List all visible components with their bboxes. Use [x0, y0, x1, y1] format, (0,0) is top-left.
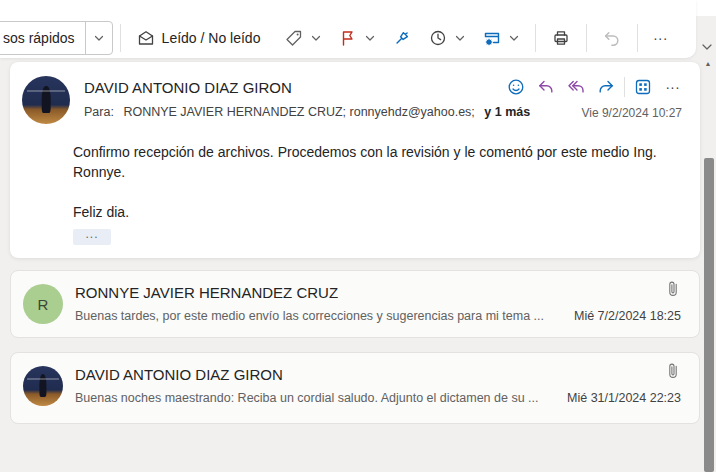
actions-divider: [624, 77, 625, 97]
scrollbar-up-arrow-icon[interactable]: ▲: [700, 60, 716, 67]
collapse-toolbar-chevron-icon[interactable]: [700, 40, 714, 54]
show-quoted-text-button[interactable]: ...: [73, 229, 111, 245]
toolbar-separator: [637, 24, 638, 52]
attachment-paperclip-icon: [665, 280, 681, 298]
row-preview-text: Buenas tardes, por este medio envío las …: [75, 309, 544, 323]
sender-avatar[interactable]: [22, 76, 70, 124]
sender-avatar[interactable]: R: [23, 284, 63, 324]
message-more-button[interactable]: ...: [658, 74, 688, 100]
print-button[interactable]: [543, 22, 579, 54]
reply-all-icon: [566, 77, 586, 97]
to-label: Para:: [84, 105, 114, 119]
toolbar-separator: [120, 24, 121, 52]
more-recipients[interactable]: y 1 más: [484, 105, 530, 119]
read-unread-label: Leído / No leído: [162, 30, 261, 46]
message-body: Confirmo recepción de archivos. Procedem…: [73, 142, 658, 222]
toolbar-separator: [535, 24, 536, 52]
ellipsis-icon: ...: [85, 234, 98, 240]
toolbar: sos rápidos Leído / No leído: [0, 0, 696, 58]
row-sender-name: RONNYE JAVIER HERNANDEZ CRUZ: [75, 284, 338, 301]
avatar-initial: R: [38, 296, 49, 313]
reply-button[interactable]: [531, 74, 561, 100]
expanded-message-card: DAVID ANTONIO DIAZ GIRON Para: RONNYE JA…: [10, 62, 700, 258]
chevron-down-icon: [508, 32, 520, 44]
snooze-button[interactable]: [420, 22, 474, 54]
smiley-icon: [506, 77, 526, 97]
reply-icon: [536, 77, 556, 97]
read-unread-button[interactable]: Leído / No leído: [128, 22, 269, 54]
undo-button[interactable]: [594, 22, 630, 54]
clock-icon: [428, 28, 448, 48]
rules-icon: [482, 28, 502, 48]
reply-all-button[interactable]: [561, 74, 591, 100]
sender-name[interactable]: DAVID ANTONIO DIAZ GIRON: [84, 79, 292, 96]
message-actions: ...: [501, 74, 688, 100]
chevron-down-icon: [364, 32, 376, 44]
toolbar-more-button[interactable]: ...: [645, 22, 676, 54]
react-button[interactable]: [501, 74, 531, 100]
toolbar-separator: [586, 24, 587, 52]
collapsed-message-row[interactable]: DAVID ANTONIO DIAZ GIRON Buenas noches m…: [10, 352, 700, 424]
apps-button[interactable]: [628, 74, 658, 100]
quick-steps-label: sos rápidos: [0, 30, 85, 46]
row-preview-text: Buenas noches maestrando: Reciba un cord…: [75, 391, 538, 405]
body-paragraph: Feliz dia.: [73, 202, 658, 222]
scrollbar-thumb[interactable]: [704, 158, 714, 472]
row-date: Mié 7/2/2024 18:25: [574, 309, 681, 323]
quick-steps-dropdown[interactable]: [86, 32, 112, 44]
quick-steps-split-button[interactable]: sos rápidos: [0, 21, 113, 55]
body-paragraph: Confirmo recepción de archivos. Procedem…: [73, 142, 658, 182]
forward-icon: [596, 77, 616, 97]
pin-icon: [392, 28, 412, 48]
pin-button[interactable]: [384, 22, 420, 54]
recipients-list[interactable]: RONNYE JAVIER HERNANDEZ CRUZ; ronnyehdz@…: [123, 105, 474, 119]
chevron-down-icon: [310, 32, 322, 44]
attachment-paperclip-icon: [665, 362, 681, 380]
ellipsis-icon: ...: [666, 77, 681, 97]
forward-button[interactable]: [591, 74, 621, 100]
chevron-down-icon: [454, 32, 466, 44]
flag-icon: [338, 28, 358, 48]
recipients-line: Para: RONNYE JAVIER HERNANDEZ CRUZ; ronn…: [84, 105, 530, 119]
collapsed-message-row[interactable]: R RONNYE JAVIER HERNANDEZ CRUZ Buenas ta…: [10, 270, 700, 338]
categorize-button[interactable]: [276, 22, 330, 54]
row-date: Mié 31/1/2024 22:23: [567, 391, 681, 405]
message-date: Vie 9/2/2024 10:27: [581, 106, 682, 120]
undo-icon: [602, 28, 622, 48]
ellipsis-icon: ...: [653, 28, 668, 48]
tag-icon: [284, 28, 304, 48]
chevron-down-icon: [93, 32, 105, 44]
row-sender-name: DAVID ANTONIO DIAZ GIRON: [75, 366, 283, 383]
apps-grid-icon: [633, 77, 653, 97]
sender-avatar[interactable]: [23, 366, 63, 406]
rules-button[interactable]: [474, 22, 528, 54]
vertical-scrollbar[interactable]: ▲: [700, 58, 716, 472]
envelope-icon: [136, 28, 156, 48]
printer-icon: [551, 28, 571, 48]
flag-button[interactable]: [330, 22, 384, 54]
